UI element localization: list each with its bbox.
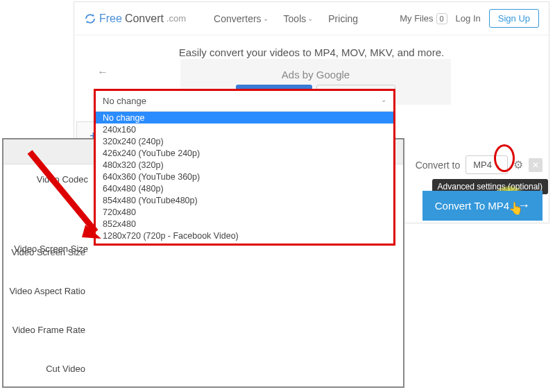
refresh-icon: [84, 12, 96, 25]
dropdown-option[interactable]: 480x320 (320p): [96, 159, 393, 171]
dropdown-option[interactable]: 720x480: [96, 206, 393, 218]
nav-tools[interactable]: Tools⌄: [284, 13, 314, 24]
dropdown-option[interactable]: 240x160: [96, 123, 393, 135]
nav-pricing[interactable]: Pricing: [328, 13, 358, 24]
dropdown-option[interactable]: No change: [96, 112, 393, 123]
ad-label: Ads by Google: [180, 69, 451, 80]
close-icon[interactable]: ✕: [529, 158, 543, 172]
dropdown-option[interactable]: 320x240 (240p): [96, 135, 393, 147]
logo[interactable]: FreeConvert.com: [84, 12, 186, 25]
dropdown-option[interactable]: 640x360 (YouTube 360p): [96, 171, 393, 182]
format-select[interactable]: MP4⌄: [466, 155, 508, 174]
convert-to-label: Convert to: [416, 160, 461, 171]
dropdown-option[interactable]: 854x480 (YouTube480p): [96, 194, 393, 206]
header: FreeConvert.com Converters⌄ Tools⌄ Prici…: [74, 2, 549, 35]
back-arrow-icon[interactable]: ←: [97, 66, 108, 78]
dropdown-current-value[interactable]: No change⌄: [96, 91, 393, 112]
dropdown-list: No change 240x160 320x240 (240p) 426x240…: [96, 112, 393, 244]
video-codec-label: Video Codec: [13, 170, 96, 185]
convert-button[interactable]: Convert To MP4→: [422, 191, 543, 221]
screen-size-dropdown[interactable]: No change⌄ No change 240x160 320x240 (24…: [94, 89, 395, 246]
gear-icon[interactable]: ⚙: [513, 158, 523, 171]
nav-converters[interactable]: Converters⌄: [214, 13, 268, 24]
nav: Converters⌄ Tools⌄ Pricing: [214, 13, 358, 24]
dropdown-option[interactable]: 852x480: [96, 218, 393, 230]
chevron-down-icon: ⌄: [263, 15, 268, 22]
logo-text-convert: Convert: [125, 12, 164, 25]
my-files-link[interactable]: My Files0: [400, 13, 447, 24]
cut-video-label: Cut Video: [2, 349, 92, 388]
dropdown-option[interactable]: 1280x720 (720p - Facebook Video): [96, 230, 393, 241]
frame-rate-label: Video Frame Rate: [2, 310, 92, 349]
dropdown-option[interactable]: 1920x1080 (1080p): [96, 241, 393, 244]
tagline: Easily convert your videos to MP4, MOV, …: [74, 46, 549, 58]
login-link[interactable]: Log In: [456, 13, 481, 24]
logo-text-com: .com: [166, 13, 186, 24]
chevron-down-icon: ⌄: [495, 161, 500, 169]
cursor-hand-icon: 👆: [509, 201, 523, 216]
logo-text-free: Free: [99, 12, 122, 25]
signup-button[interactable]: Sign Up: [489, 9, 539, 28]
files-count-badge: 0: [436, 13, 447, 24]
dropdown-option[interactable]: 640x480 (480p): [96, 182, 393, 194]
chevron-down-icon: ⌄: [381, 96, 386, 106]
screen-size-label-2: Video Screen Size: [2, 232, 92, 271]
aspect-ratio-label: Video Aspect Ratio: [2, 271, 92, 310]
chevron-down-icon: ⌄: [307, 15, 313, 22]
dropdown-option[interactable]: 426x240 (YouTube 240p): [96, 147, 393, 159]
